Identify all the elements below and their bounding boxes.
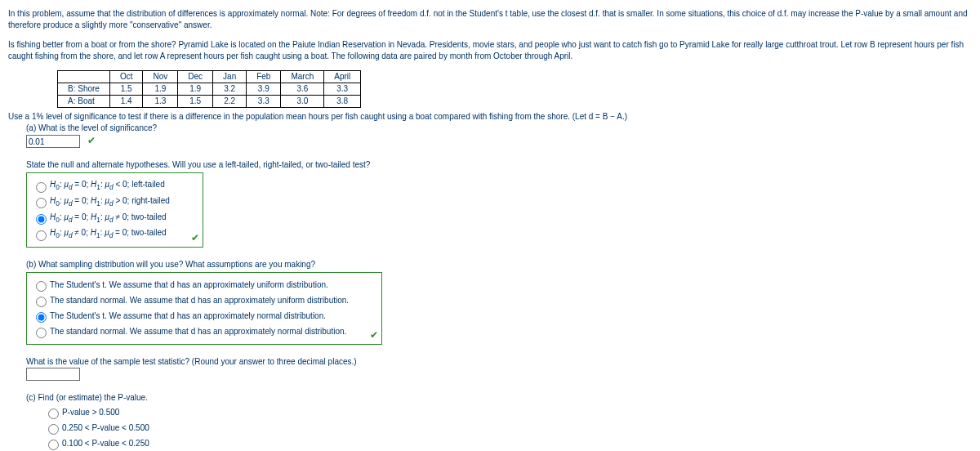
pv-label-0: P-value > 0.500 <box>62 407 119 418</box>
pv-label-2: 0.100 < P-value < 0.250 <box>62 438 149 449</box>
th-blank <box>58 71 110 83</box>
test-stat-q: What is the value of the sample test sta… <box>26 356 972 368</box>
hyp-label-0: H0: μd = 0; H1: μd < 0; left-tailed <box>50 179 165 193</box>
hyp-radio-3[interactable] <box>36 230 47 241</box>
th-dec: Dec <box>178 71 213 83</box>
pv-radio-1[interactable] <box>48 424 59 435</box>
cell: 3.3 <box>324 83 361 96</box>
intro-note: In this problem, assume that the distrib… <box>8 8 972 31</box>
cell: 1.5 <box>109 83 143 96</box>
dist-label-3: The standard normal. We assume that d ha… <box>50 326 346 337</box>
pv-radio-2[interactable] <box>48 440 59 450</box>
dist-radio-2[interactable] <box>36 312 47 323</box>
th-nov: Nov <box>143 71 178 83</box>
dist-label-0: The Student's t. We assume that d has an… <box>50 279 328 291</box>
cell: 1.3 <box>143 96 178 108</box>
table-row: A: Boat 1.4 1.3 1.5 2.2 3.3 3.0 3.8 <box>58 96 361 108</box>
hyp-radio-2[interactable] <box>36 214 47 225</box>
cell: 1.4 <box>109 96 143 108</box>
cell: 3.3 <box>247 96 281 108</box>
test-stat-input[interactable] <box>26 368 80 381</box>
cell: 3.6 <box>281 83 324 96</box>
hyp-radio-0[interactable] <box>36 182 47 193</box>
data-table: Oct Nov Dec Jan Feb March April B: Shore… <box>57 70 361 108</box>
th-mar: March <box>281 71 324 83</box>
context-text: Is fishing better from a boat or from th… <box>8 40 964 60</box>
part-c-q: (c) Find (or estimate) the P-value. <box>26 392 972 404</box>
context: Is fishing better from a boat or from th… <box>8 39 972 62</box>
dist-radio-3[interactable] <box>36 328 47 338</box>
dist-radio-1[interactable] <box>36 297 47 307</box>
hyp-label-2: H0: μd = 0; H1: μd ≠ 0; two-tailed <box>50 212 167 226</box>
cell: 2.2 <box>213 96 247 108</box>
check-icon: ✔ <box>370 328 378 342</box>
cell: 1.9 <box>143 83 178 96</box>
dist-radio-0[interactable] <box>36 281 47 292</box>
th-jan: Jan <box>213 71 247 83</box>
row-label: A: Boat <box>58 96 110 108</box>
cell: 3.2 <box>213 83 247 96</box>
check-icon: ✔ <box>87 135 96 146</box>
hypotheses-question: State the null and alternate hypotheses.… <box>26 159 972 171</box>
hyp-label-3: H0: μd ≠ 0; H1: μd = 0; two-tailed <box>50 227 167 241</box>
intro-text: In this problem, assume that the distrib… <box>8 9 968 29</box>
significance-input[interactable] <box>26 135 80 148</box>
cell: 1.5 <box>178 96 213 108</box>
pv-radio-0[interactable] <box>48 409 59 419</box>
cell: 1.9 <box>178 83 213 96</box>
dist-label-1: The standard normal. We assume that d ha… <box>50 295 349 306</box>
part-b-q: (b) What sampling distribution will you … <box>26 259 972 270</box>
hyp-radio-1[interactable] <box>36 198 47 208</box>
row-label: B: Shore <box>58 83 110 96</box>
pv-label-1: 0.250 < P-value < 0.500 <box>62 422 149 434</box>
th-oct: Oct <box>109 71 143 83</box>
hyp-label-1: H0: μd = 0; H1: μd > 0; right-tailed <box>50 195 170 209</box>
dist-group: The Student's t. We assume that d has an… <box>26 272 382 345</box>
dist-label-2: The Student's t. We assume that d has an… <box>50 310 326 322</box>
part-a-q: (a) What is the level of significance? <box>26 123 972 134</box>
hypotheses-group: H0: μd = 0; H1: μd < 0; left-tailed H0: … <box>26 172 203 248</box>
use-line: Use a 1% level of significance to test i… <box>8 111 972 123</box>
cell: 3.8 <box>324 96 361 108</box>
table-header-row: Oct Nov Dec Jan Feb March April <box>58 71 361 83</box>
th-feb: Feb <box>247 71 281 83</box>
table-row: B: Shore 1.5 1.9 1.9 3.2 3.9 3.6 3.3 <box>58 83 361 96</box>
th-apr: April <box>324 71 361 83</box>
cell: 3.0 <box>281 96 324 108</box>
check-icon: ✔ <box>191 231 199 245</box>
cell: 3.9 <box>247 83 281 96</box>
